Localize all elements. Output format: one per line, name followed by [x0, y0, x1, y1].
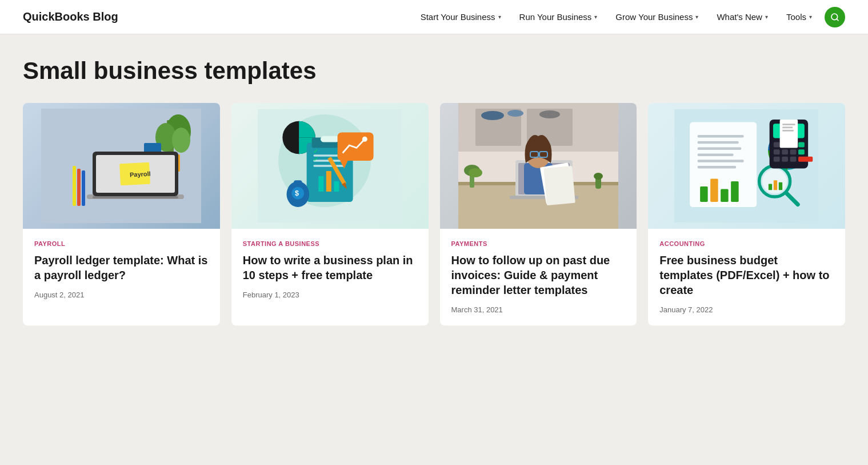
- svg-rect-88: [774, 142, 780, 148]
- chevron-down-icon: ▾: [809, 14, 812, 20]
- svg-rect-75: [701, 186, 709, 202]
- svg-point-66: [594, 173, 603, 180]
- card-payments[interactable]: PAYMENTS How to follow up on past due in…: [440, 103, 637, 325]
- svg-rect-91: [799, 142, 805, 148]
- card-content-payments: PAYMENTS How to follow up on past due in…: [440, 229, 637, 325]
- svg-rect-72: [698, 153, 734, 156]
- card-title-starting: How to write a business plan in 10 steps…: [243, 253, 417, 283]
- svg-text:✓: ✓: [313, 156, 318, 162]
- svg-rect-95: [799, 149, 805, 154]
- svg-rect-76: [711, 179, 719, 202]
- svg-rect-93: [782, 149, 789, 154]
- card-image-starting: ✓ ✓: [231, 103, 429, 229]
- svg-text:✓: ✓: [313, 148, 318, 154]
- svg-rect-84: [774, 180, 777, 190]
- card-date-payroll: August 2, 2021: [34, 291, 209, 299]
- nav-whats-new[interactable]: What's New ▾: [709, 7, 776, 26]
- card-category-payroll: PAYROLL: [34, 240, 209, 247]
- svg-rect-96: [774, 157, 780, 162]
- svg-rect-102: [783, 127, 793, 129]
- page-title: Small business templates: [23, 57, 845, 85]
- svg-text:$: $: [295, 189, 299, 197]
- svg-point-6: [172, 128, 190, 153]
- card-payroll[interactable]: Payroll PAYROLL Payroll ledger template:…: [23, 103, 220, 325]
- svg-rect-71: [698, 148, 742, 150]
- svg-rect-73: [698, 160, 744, 162]
- svg-rect-99: [799, 157, 813, 162]
- main-nav: Start Your Business ▾ Run Your Business …: [413, 7, 820, 26]
- svg-rect-33: [338, 133, 374, 161]
- starting-illustration: ✓ ✓: [241, 109, 418, 222]
- card-date-starting: February 1, 2023: [243, 291, 417, 299]
- svg-rect-103: [783, 130, 794, 132]
- card-accounting[interactable]: ACCOUNTING Free business budget template…: [648, 103, 845, 325]
- card-image-accounting: [648, 103, 845, 229]
- svg-rect-32: [334, 181, 339, 192]
- svg-text:Payroll: Payroll: [130, 170, 151, 178]
- svg-rect-97: [782, 157, 789, 162]
- chevron-down-icon: ▾: [695, 14, 698, 20]
- svg-point-35: [362, 137, 367, 142]
- card-content-accounting: ACCOUNTING Free business budget template…: [648, 229, 845, 325]
- nav-grow-your-business[interactable]: Grow Your Business ▾: [607, 7, 706, 26]
- card-content-payroll: PAYROLL Payroll ledger template: What is…: [23, 229, 220, 311]
- nav-tools[interactable]: Tools ▾: [778, 7, 820, 26]
- svg-rect-27: [313, 165, 344, 167]
- card-title-payroll: Payroll ledger template: What is a payro…: [34, 253, 209, 283]
- svg-rect-69: [698, 135, 744, 138]
- svg-rect-98: [790, 157, 797, 162]
- nav-start-your-business[interactable]: Start Your Business ▾: [413, 7, 509, 26]
- cards-grid: Payroll PAYROLL Payroll ledger template:…: [23, 103, 845, 325]
- svg-rect-18: [93, 196, 178, 198]
- svg-rect-94: [790, 149, 797, 154]
- payroll-illustration: Payroll: [41, 109, 201, 223]
- svg-rect-37: [294, 180, 302, 186]
- card-date-accounting: January 7, 2022: [659, 305, 834, 314]
- svg-point-49: [539, 110, 560, 118]
- svg-rect-101: [783, 124, 796, 125]
- svg-rect-61: [543, 166, 575, 205]
- card-title-payments: How to follow up on past due invoices: G…: [451, 253, 626, 297]
- svg-rect-31: [326, 171, 331, 192]
- search-icon: [830, 13, 839, 22]
- svg-point-48: [507, 110, 523, 117]
- svg-rect-78: [731, 181, 739, 202]
- svg-rect-12: [82, 170, 85, 206]
- svg-rect-30: [318, 176, 323, 192]
- card-image-payments: [440, 103, 637, 229]
- card-image-payroll: Payroll: [23, 103, 220, 229]
- chevron-down-icon: ▾: [765, 14, 768, 20]
- svg-rect-83: [769, 184, 772, 190]
- svg-rect-10: [73, 166, 76, 206]
- card-content-starting: STARTING A BUSINESS How to write a busin…: [231, 229, 429, 311]
- card-category-payments: PAYMENTS: [451, 240, 626, 247]
- search-button[interactable]: [825, 7, 845, 27]
- card-date-payments: March 31, 2021: [451, 305, 626, 314]
- card-title-accounting: Free business budget templates (PDF/Exce…: [659, 253, 834, 297]
- svg-rect-77: [721, 189, 729, 202]
- card-starting[interactable]: ✓ ✓: [231, 103, 429, 325]
- payments-illustration: [458, 103, 618, 229]
- svg-rect-85: [779, 182, 782, 190]
- svg-rect-70: [698, 141, 739, 144]
- nav-run-your-business[interactable]: Run Your Business ▾: [511, 7, 606, 26]
- site-logo[interactable]: QuickBooks Blog: [23, 10, 118, 23]
- svg-point-47: [481, 111, 504, 120]
- svg-rect-74: [698, 166, 737, 169]
- accounting-illustration: [658, 109, 835, 222]
- svg-point-64: [469, 168, 482, 177]
- card-category-accounting: ACCOUNTING: [659, 240, 834, 247]
- chevron-down-icon: ▾: [498, 14, 501, 20]
- chevron-down-icon: ▾: [594, 14, 597, 20]
- svg-rect-11: [77, 169, 81, 206]
- card-category-starting: STARTING A BUSINESS: [243, 240, 417, 247]
- svg-line-1: [837, 19, 838, 21]
- svg-rect-92: [774, 149, 780, 154]
- svg-rect-24: [321, 136, 339, 142]
